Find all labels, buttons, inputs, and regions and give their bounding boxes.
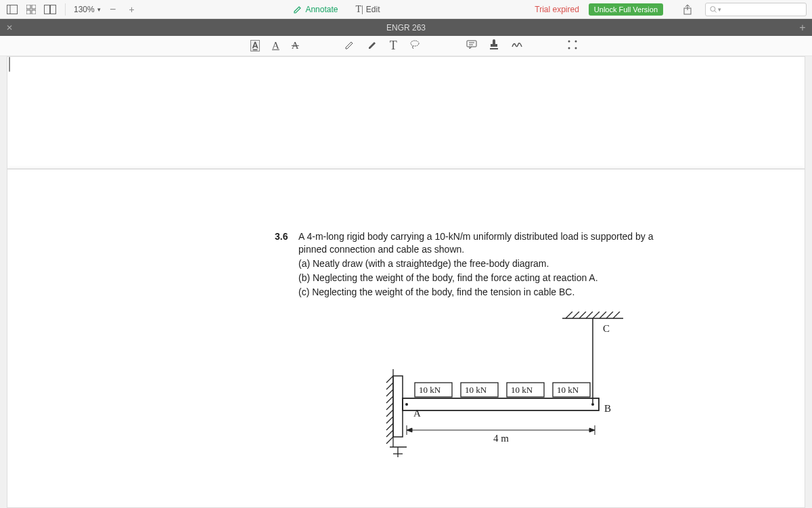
- chevron-down-icon: ▾: [97, 6, 101, 13]
- pen-filled-icon[interactable]: [367, 39, 378, 53]
- svg-rect-3: [32, 5, 36, 9]
- zoom-value: 130%: [74, 5, 95, 14]
- zoom-out-button[interactable]: −: [106, 3, 120, 16]
- problem-stem-line2: pinned connection and cable as shown.: [298, 243, 717, 256]
- svg-point-16: [568, 40, 570, 42]
- svg-line-23: [579, 312, 586, 318]
- svg-line-24: [586, 312, 593, 318]
- svg-line-37: [386, 417, 393, 423]
- svg-point-19: [574, 47, 577, 49]
- problem-text: 3.6 A 4-m-long rigid body carrying a 10-…: [298, 230, 717, 298]
- svg-point-47: [591, 403, 594, 406]
- svg-line-26: [600, 312, 606, 318]
- annotation-toolbar: A̲ A A T: [0, 36, 812, 56]
- search-box[interactable]: ▾: [705, 3, 807, 16]
- span-label: 4 m: [493, 433, 509, 444]
- document-page: 3.6 A 4-m-long rigid body carrying a 10-…: [7, 169, 805, 508]
- tab-title: ENGR 263: [19, 23, 793, 33]
- problem-number: 3.6: [275, 230, 288, 243]
- svg-line-28: [613, 312, 620, 318]
- zoom-control[interactable]: 130% ▾: [74, 5, 101, 14]
- svg-line-32: [386, 383, 393, 389]
- comment-icon[interactable]: [466, 40, 477, 52]
- load-1: 10 kN: [419, 385, 441, 395]
- pen-outline-icon[interactable]: [344, 39, 355, 53]
- lasso-icon[interactable]: [409, 39, 422, 53]
- scroll-indicator: [9, 57, 10, 72]
- stamp-icon[interactable]: [489, 39, 499, 53]
- svg-rect-7: [51, 5, 56, 14]
- add-tab-button[interactable]: +: [793, 22, 812, 34]
- tab-bar: ✕ ENGR 263 +: [0, 19, 812, 36]
- svg-rect-4: [26, 10, 30, 14]
- problem-part-b: (b) Neglecting the weight of the body, f…: [298, 272, 717, 284]
- label-b: B: [604, 403, 611, 414]
- problem-figure: C: [366, 312, 671, 467]
- edit-button[interactable]: T| Edit: [355, 4, 380, 15]
- svg-line-33: [386, 389, 393, 396]
- search-icon: [710, 5, 717, 14]
- svg-rect-41: [393, 376, 403, 437]
- svg-line-35: [386, 403, 393, 410]
- edit-label: Edit: [366, 5, 380, 14]
- problem-stem-line1: A 4-m-long rigid body carrying a 10-kN/m…: [298, 230, 717, 243]
- svg-line-22: [572, 312, 579, 318]
- svg-point-11: [411, 41, 419, 46]
- svg-rect-5: [32, 10, 36, 14]
- load-4: 10 kN: [557, 385, 579, 395]
- more-tools-icon[interactable]: [568, 40, 577, 52]
- unlock-button[interactable]: Unlock Full Version: [589, 3, 663, 16]
- label-a: A: [413, 408, 421, 419]
- grid-view-icon[interactable]: [24, 3, 38, 16]
- svg-line-31: [386, 376, 393, 383]
- svg-line-25: [593, 312, 600, 318]
- svg-line-36: [386, 410, 393, 417]
- search-input[interactable]: [721, 5, 802, 14]
- text-underline-icon[interactable]: A: [272, 40, 279, 51]
- separator: [65, 3, 66, 16]
- svg-line-38: [386, 423, 393, 430]
- annotate-label: Annotate: [305, 5, 338, 14]
- text-tool-icon[interactable]: T: [390, 39, 397, 53]
- text-style-icon[interactable]: A̲: [250, 40, 260, 51]
- svg-point-18: [568, 47, 570, 49]
- text-strikethrough-icon[interactable]: A: [292, 40, 299, 51]
- label-c: C: [603, 323, 610, 334]
- app-topbar: 130% ▾ − + Annotate T| Edit Trial expire…: [0, 0, 812, 19]
- sidebar-toggle-icon[interactable]: [5, 3, 19, 16]
- svg-rect-12: [467, 41, 476, 47]
- problem-part-a: (a) Neatly draw (with a straightedge) th…: [298, 257, 717, 270]
- svg-point-9: [710, 6, 715, 11]
- svg-line-21: [566, 312, 572, 318]
- load-2: 10 kN: [465, 385, 487, 395]
- share-icon[interactable]: [681, 3, 694, 16]
- document-viewport[interactable]: 3.6 A 4-m-long rigid body carrying a 10-…: [7, 56, 805, 508]
- svg-point-17: [574, 40, 577, 42]
- svg-rect-0: [7, 5, 18, 14]
- annotate-button[interactable]: Annotate: [293, 5, 338, 14]
- signature-icon[interactable]: [511, 40, 523, 52]
- svg-line-27: [606, 312, 613, 318]
- svg-point-46: [405, 403, 408, 406]
- trial-expired-label: Trial expired: [535, 5, 579, 14]
- svg-rect-15: [490, 48, 498, 49]
- svg-rect-45: [403, 398, 599, 410]
- problem-part-c: (c) Neglecting the weight of the body, f…: [298, 286, 717, 299]
- load-3: 10 kN: [511, 385, 533, 395]
- svg-line-34: [386, 396, 393, 403]
- svg-line-10: [715, 10, 717, 12]
- svg-rect-2: [26, 5, 30, 9]
- close-tab-button[interactable]: ✕: [0, 23, 19, 33]
- svg-line-39: [386, 430, 393, 437]
- two-page-view-icon[interactable]: [43, 3, 57, 16]
- zoom-in-button[interactable]: +: [125, 3, 139, 16]
- svg-line-40: [386, 437, 393, 444]
- svg-rect-6: [45, 5, 50, 14]
